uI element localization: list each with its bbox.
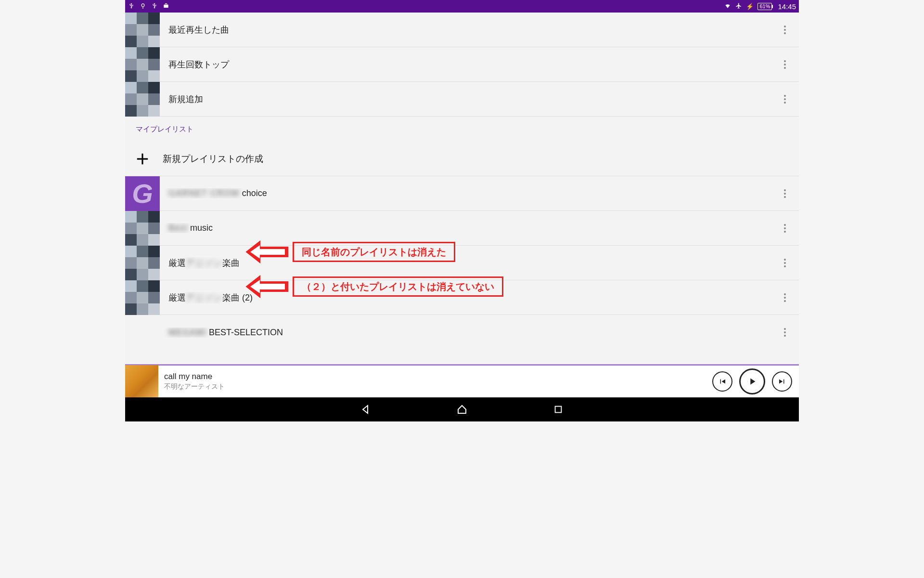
now-playing-thumb [125,365,158,398]
playback-controls [712,368,799,394]
more-menu-button[interactable] [774,53,796,76]
playlist-title: GARNET CROW choice [160,188,774,198]
next-button[interactable] [772,371,792,392]
usb-icon-2 [151,2,158,11]
playlist-title: 再生回数トップ [160,59,774,70]
briefcase-icon [163,2,169,11]
playlist-thumb [125,246,160,280]
usb-icon [128,2,135,11]
user-playlist-row[interactable]: 厳選アニソン楽曲 (2) [125,280,799,315]
svg-rect-4 [555,407,562,413]
svg-point-0 [141,3,144,6]
now-playing-artist: 不明なアーティスト [164,382,712,391]
more-menu-button[interactable] [774,88,796,110]
playlist-title: Best music [160,223,774,233]
playlist-title: 厳選アニソン楽曲 (2) [160,292,774,303]
more-menu-button[interactable] [774,252,796,274]
playlist-thumb [125,280,160,315]
svg-rect-1 [164,4,168,7]
more-menu-button[interactable] [774,287,796,309]
playlist-thumb [125,211,160,246]
previous-button[interactable] [712,371,732,392]
create-playlist-row[interactable]: 新規プレイリストの作成 [125,142,799,176]
back-button[interactable] [356,400,375,419]
playlist-title: 新規追加 [160,93,774,105]
home-button[interactable] [452,400,472,419]
playlist-thumb [125,13,160,47]
play-button[interactable] [739,368,765,394]
playlist-title: 最近再生した曲 [160,24,774,36]
more-menu-button[interactable] [774,321,796,343]
playlist-title: MEGAMI BEST-SELECTION [160,328,774,338]
plus-icon [125,142,160,176]
playlist-title: 厳選アニソン楽曲 [160,257,774,269]
more-menu-button[interactable] [774,217,796,239]
recents-button[interactable] [549,400,568,419]
playlist-thumb: G [125,176,160,211]
battery-indicator: 61% [757,3,772,10]
device-screen: ⚡ 61% 14:45 最近再生した曲 再生回数トップ 新規追加 マイプレイリス… [125,0,799,421]
section-header-my-playlists: マイプレイリスト [125,117,799,142]
auto-playlist-row[interactable]: 最近再生した曲 [125,13,799,47]
user-playlist-row[interactable]: G GARNET CROW choice [125,176,799,211]
navigation-bar [125,397,799,421]
bulb-icon [140,2,146,11]
auto-playlist-row[interactable]: 再生回数トップ [125,47,799,82]
playlist-content: 最近再生した曲 再生回数トップ 新規追加 マイプレイリスト 新規プレイリストの作… [125,13,799,364]
auto-playlist-row[interactable]: 新規追加 [125,82,799,117]
playlist-thumb [125,47,160,82]
create-playlist-label: 新規プレイリストの作成 [160,153,263,165]
status-right-icons: ⚡ 61% 14:45 [724,2,796,11]
user-playlist-row[interactable]: MEGAMI BEST-SELECTION [125,315,799,350]
now-playing-info: call my name 不明なアーティスト [158,372,712,391]
now-playing-bar[interactable]: call my name 不明なアーティスト [125,364,799,397]
status-bar: ⚡ 61% 14:45 [125,0,799,13]
clock: 14:45 [778,2,796,11]
more-menu-button[interactable] [774,183,796,205]
playlist-thumb [125,82,160,117]
wifi-icon [724,2,732,11]
charging-icon: ⚡ [746,3,754,10]
user-playlist-row[interactable]: 厳選アニソン楽曲 [125,246,799,280]
status-left-icons [128,2,169,11]
more-menu-button[interactable] [774,19,796,41]
user-playlist-row[interactable]: Best music [125,211,799,246]
airplane-icon [735,2,742,11]
now-playing-title: call my name [164,372,712,381]
